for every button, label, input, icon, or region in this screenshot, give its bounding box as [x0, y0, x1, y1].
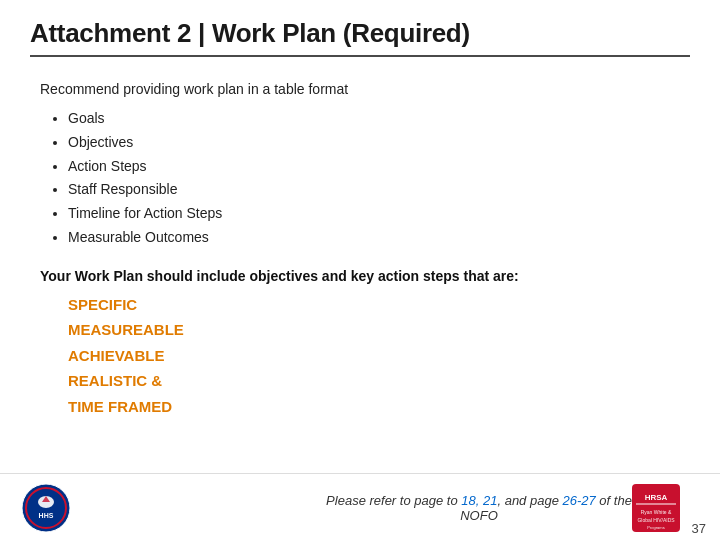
list-item: Staff Responsible: [68, 178, 680, 202]
smart-list: SPECIFIC MEASUREABLE ACHIEVABLE REALISTI…: [40, 292, 680, 420]
header: Attachment 2 | Work Plan (Required): [0, 0, 720, 67]
smart-specific: SPECIFIC: [68, 292, 680, 318]
svg-text:HRSA: HRSA: [645, 493, 668, 502]
list-item: Measurable Outcomes: [68, 226, 680, 250]
smart-realistic: REALISTIC &: [68, 368, 680, 394]
page-title: Attachment 2 | Work Plan (Required): [30, 18, 690, 49]
hrsa-logo-area: HRSA Ryan White & Global HIV/AIDS Progra…: [632, 484, 680, 532]
svg-text:HHS: HHS: [39, 512, 54, 519]
footer-refer-text: Please refer to page to 18, 21, and page…: [326, 493, 632, 523]
footer: HHS Please refer to page to 18, 21, and …: [0, 473, 720, 540]
work-plan-note: Your Work Plan should include objectives…: [40, 268, 680, 284]
recommend-text: Recommend providing work plan in a table…: [40, 81, 680, 97]
footer-link1: 18, 21: [461, 493, 497, 508]
smart-measureable: MEASUREABLE: [68, 317, 680, 343]
bullet-list: Goals Objectives Action Steps Staff Resp…: [40, 107, 680, 250]
svg-text:Programs: Programs: [647, 525, 664, 530]
list-item: Action Steps: [68, 155, 680, 179]
footer-text-pre: Please refer to page to: [326, 493, 461, 508]
main-content: Recommend providing work plan in a table…: [0, 67, 720, 473]
header-divider: [30, 55, 690, 57]
svg-text:Global HIV/AIDS: Global HIV/AIDS: [637, 517, 675, 523]
hrsa-logo-icon: HRSA Ryan White & Global HIV/AIDS Progra…: [632, 484, 680, 532]
footer-text-mid: , and page: [497, 493, 562, 508]
list-item: Goals: [68, 107, 680, 131]
page-container: Attachment 2 | Work Plan (Required) Reco…: [0, 0, 720, 540]
page-number: 37: [692, 521, 706, 536]
smart-timeframed: TIME FRAMED: [68, 394, 680, 420]
svg-text:Ryan White &: Ryan White &: [641, 509, 672, 515]
list-item: Timeline for Action Steps: [68, 202, 680, 226]
list-item: Objectives: [68, 131, 680, 155]
smart-achievable: ACHIEVABLE: [68, 343, 680, 369]
footer-logo-area: HHS: [20, 482, 326, 534]
footer-link2: 26-27: [562, 493, 595, 508]
hhs-logo-icon: HHS: [20, 482, 72, 534]
